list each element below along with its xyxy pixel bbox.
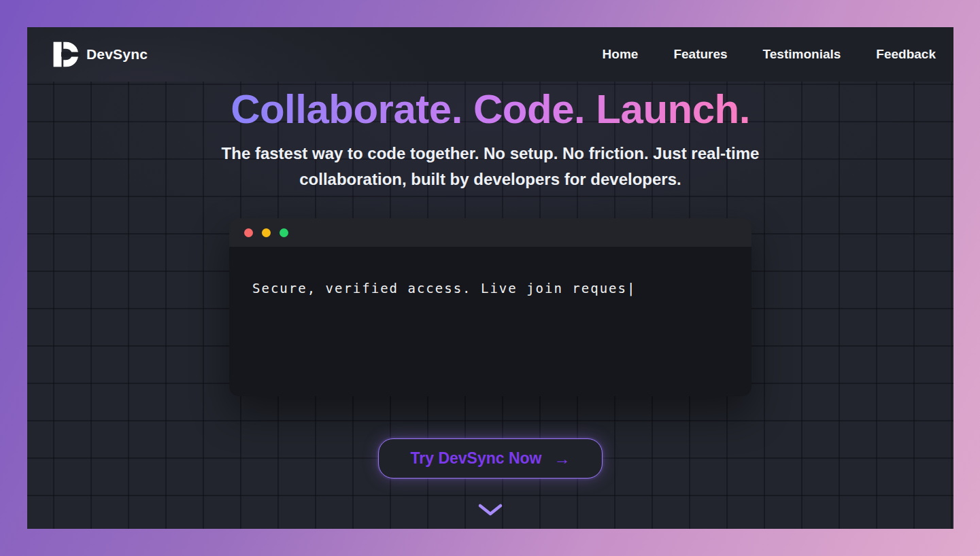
close-dot-icon[interactable] [244, 228, 253, 237]
hero-title: Collaborate. Code. Launch. [231, 86, 750, 133]
nav-feedback[interactable]: Feedback [876, 47, 936, 62]
try-devsync-button[interactable]: Try DevSync Now → [378, 438, 602, 479]
devsync-logo-icon [50, 39, 80, 70]
main-nav: Home Features Testimonials Feedback [603, 47, 936, 62]
cta-label: Try DevSync Now [410, 449, 541, 468]
chevron-down-icon [477, 503, 503, 517]
terminal-titlebar [229, 218, 751, 247]
hero-subtitle: The fastest way to code together. No set… [191, 141, 790, 192]
terminal-typed-text: Secure, verified access. Live join reque… [252, 281, 627, 296]
hero-section: Collaborate. Code. Launch. The fastest w… [27, 82, 953, 529]
terminal-body: Secure, verified access. Live join reque… [229, 247, 751, 396]
arrow-right-icon: → [554, 451, 571, 467]
minimize-dot-icon[interactable] [262, 228, 271, 237]
nav-testimonials[interactable]: Testimonials [763, 47, 841, 62]
scroll-down-chevron[interactable] [477, 503, 503, 517]
maximize-dot-icon[interactable] [280, 228, 288, 237]
brand-logo[interactable]: DevSync [50, 39, 148, 70]
landing-page: DevSync Home Features Testimonials Feedb… [27, 27, 953, 529]
nav-features[interactable]: Features [673, 47, 727, 62]
brand-name: DevSync [86, 46, 148, 63]
terminal-window: Secure, verified access. Live join reque… [229, 218, 751, 396]
nav-home[interactable]: Home [603, 47, 639, 62]
page-frame: DevSync Home Features Testimonials Feedb… [0, 0, 980, 556]
terminal-cursor: | [627, 281, 635, 296]
header: DevSync Home Features Testimonials Feedb… [27, 27, 953, 82]
